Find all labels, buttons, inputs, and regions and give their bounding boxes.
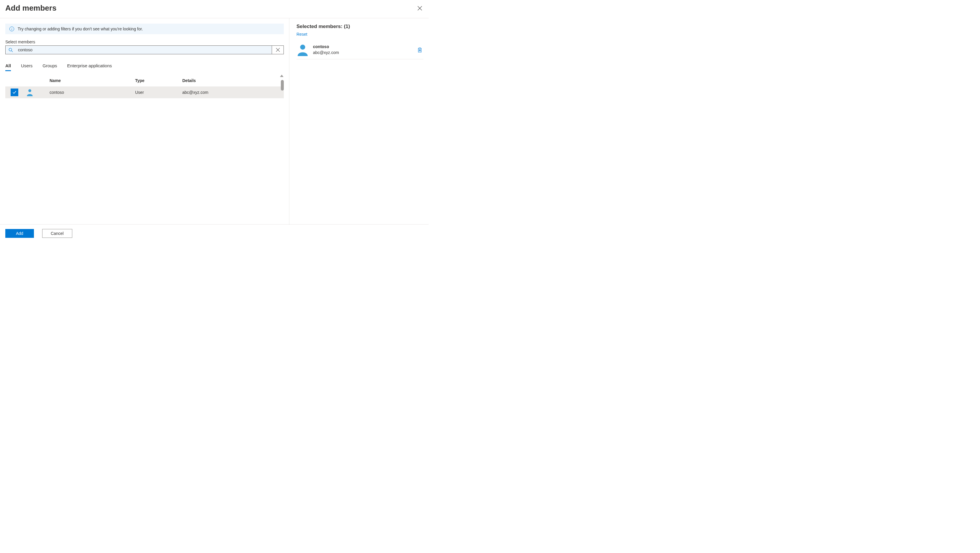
info-banner: i Try changing or adding filters if you … (5, 24, 284, 34)
search-label: Select members (5, 40, 284, 44)
trash-icon (417, 47, 422, 53)
results-area: Name Type Details contoso User (5, 75, 284, 225)
clear-icon (276, 48, 280, 52)
check-icon (13, 90, 16, 94)
row-details: abc@xyz.com (182, 90, 284, 95)
selected-members-title: Selected members: (1) (296, 24, 423, 30)
svg-line-1 (11, 51, 13, 52)
page-title: Add members (5, 3, 56, 13)
user-icon (26, 89, 33, 96)
remove-selected-button[interactable] (416, 46, 423, 54)
selected-pane: Selected members: (1) Reset contoso abc@… (289, 18, 429, 225)
column-headers: Name Type Details (5, 75, 284, 86)
footer: Add Cancel (0, 224, 429, 242)
info-icon: i (10, 27, 14, 31)
tab-users[interactable]: Users (21, 62, 32, 70)
row-checkbox[interactable] (11, 89, 18, 96)
panel-header: Add members (0, 0, 429, 18)
selected-member-item: contoso abc@xyz.com (296, 41, 423, 59)
svg-point-3 (300, 45, 305, 49)
search-pane: i Try changing or adding filters if you … (0, 18, 289, 225)
add-button[interactable]: Add (5, 229, 34, 238)
search-box (5, 45, 284, 54)
reset-link[interactable]: Reset (296, 32, 307, 37)
svg-point-0 (9, 48, 11, 51)
selected-title-text: Selected members: (296, 24, 344, 29)
col-type: Type (135, 78, 182, 83)
search-icon (6, 46, 16, 54)
search-input[interactable] (16, 46, 272, 54)
scroll-thumb[interactable] (281, 80, 284, 91)
tab-all[interactable]: All (5, 62, 11, 70)
scroll-up-arrow-icon (280, 75, 283, 77)
cancel-button[interactable]: Cancel (42, 229, 72, 238)
selected-item-detail: abc@xyz.com (313, 50, 412, 56)
close-button[interactable] (416, 5, 423, 12)
tab-groups[interactable]: Groups (43, 62, 57, 70)
row-name: contoso (49, 90, 135, 95)
result-row[interactable]: contoso User abc@xyz.com (5, 86, 284, 98)
user-icon (296, 44, 309, 56)
tab-enterprise-applications[interactable]: Enterprise applications (67, 62, 112, 70)
row-type: User (135, 90, 182, 95)
col-details: Details (182, 78, 284, 83)
selected-item-name: contoso (313, 44, 412, 50)
selected-count: (1) (344, 24, 350, 29)
scrollbar[interactable] (280, 75, 284, 225)
col-name: Name (49, 78, 135, 83)
close-icon (417, 6, 422, 11)
info-text: Try changing or adding filters if you do… (18, 27, 143, 31)
tab-bar: All Users Groups Enterprise applications (5, 62, 284, 70)
svg-point-2 (28, 89, 31, 92)
clear-search-button[interactable] (272, 46, 283, 54)
